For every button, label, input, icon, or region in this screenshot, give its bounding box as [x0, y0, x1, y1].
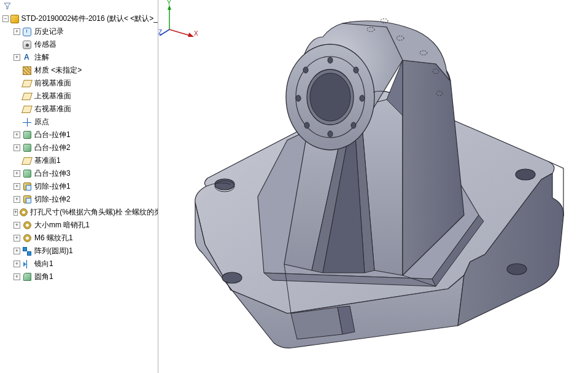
- expand-icon[interactable]: +: [14, 183, 20, 190]
- tree-item-label: 打孔尺寸(%根据六角头螺)栓 全螺纹的类: [30, 207, 158, 218]
- tree-item-label: 右视基准面: [34, 104, 71, 114]
- tree-item[interactable]: +凸台-拉伸2: [0, 141, 158, 154]
- tree-item[interactable]: +M6 螺纹孔1: [0, 232, 158, 245]
- expand-placeholder: [14, 41, 20, 48]
- feature-tree-panel: − STD-20190002铸件-2016 (默认< <默认>_ +历史记录传感…: [0, 0, 158, 373]
- tree-item-label: 材质 <未指定>: [34, 65, 82, 76]
- tree-item[interactable]: +镜向1: [0, 257, 158, 270]
- tree-item-label: 凸台-拉伸1: [34, 130, 71, 140]
- expand-placeholder: [14, 119, 20, 125]
- annot-icon: [22, 53, 32, 63]
- expand-icon[interactable]: +: [14, 235, 20, 241]
- tree-item-label: 前视基准面: [34, 78, 71, 88]
- sens-icon: [22, 40, 32, 50]
- orientation-triad[interactable]: Y X Z: [158, 0, 201, 37]
- part-icon: [10, 14, 19, 24]
- tree-item-label: 历史记录: [34, 26, 64, 37]
- svg-point-21: [516, 169, 535, 180]
- origin-icon: [22, 117, 32, 127]
- ext-icon: [22, 143, 32, 153]
- expand-icon[interactable]: +: [14, 261, 20, 267]
- tree-item[interactable]: +阵列(圆周)1: [0, 245, 158, 257]
- tree-item-label: 圆角1: [34, 272, 53, 282]
- expand-placeholder: [14, 106, 20, 112]
- svg-point-3: [310, 73, 350, 121]
- tree-item[interactable]: 上视基准面: [0, 90, 158, 103]
- tree-item[interactable]: 右视基准面: [0, 103, 158, 116]
- svg-point-20: [222, 272, 242, 283]
- fill-icon: [22, 272, 32, 282]
- svg-point-11: [303, 67, 308, 73]
- tree-item-label: 镜向1: [34, 259, 53, 269]
- svg-point-8: [328, 131, 333, 137]
- expand-icon[interactable]: +: [14, 273, 20, 280]
- model-render: [158, 0, 588, 373]
- tree-item[interactable]: 原点: [0, 116, 158, 128]
- svg-point-10: [296, 95, 301, 101]
- tree-item[interactable]: +大小mm 暗销孔1: [0, 219, 158, 232]
- axis-z-label: Z: [158, 29, 162, 36]
- plane-icon: [22, 79, 32, 88]
- expand-icon[interactable]: +: [14, 196, 20, 203]
- tree-item-label: 阵列(圆周)1: [34, 246, 73, 256]
- tree-item[interactable]: +凸台-拉伸1: [0, 128, 158, 141]
- axis-x-label: X: [194, 30, 198, 37]
- expand-icon[interactable]: +: [14, 170, 20, 177]
- hist-icon: [22, 27, 32, 37]
- svg-point-6: [360, 95, 365, 101]
- tree-item[interactable]: +注解: [0, 51, 158, 64]
- hole-icon: [22, 234, 32, 243]
- ext-icon: [22, 130, 32, 140]
- expand-placeholder: [14, 93, 20, 100]
- tree-item-label: 传感器: [34, 39, 56, 50]
- svg-point-4: [328, 57, 333, 63]
- graphics-viewport[interactable]: Y X Z: [158, 0, 588, 373]
- expand-icon[interactable]: +: [14, 144, 20, 151]
- collapse-icon[interactable]: −: [2, 15, 9, 22]
- mat-icon: [22, 66, 32, 76]
- expand-icon[interactable]: +: [14, 248, 20, 254]
- tree-item[interactable]: 材质 <未指定>: [0, 64, 158, 77]
- tree-item-label: 凸台-拉伸2: [34, 143, 71, 153]
- plane-icon: [22, 104, 32, 114]
- tree-item[interactable]: 传感器: [0, 38, 158, 51]
- expand-icon[interactable]: +: [14, 209, 18, 216]
- tree-item[interactable]: +历史记录: [0, 25, 158, 38]
- hole-icon: [22, 221, 32, 230]
- cut-icon: [22, 195, 32, 205]
- tree-item-label: 上视基准面: [34, 91, 71, 101]
- tree-item[interactable]: +圆角1: [0, 270, 158, 283]
- expand-icon[interactable]: +: [14, 132, 20, 138]
- hole-icon: [20, 208, 28, 218]
- tree-item[interactable]: +打孔尺寸(%根据六角头螺)栓 全螺纹的类: [0, 206, 158, 219]
- expand-icon[interactable]: +: [14, 28, 20, 35]
- expand-placeholder: [14, 67, 20, 74]
- svg-point-22: [507, 264, 527, 275]
- ext-icon: [22, 169, 32, 179]
- tree-item-label: M6 螺纹孔1: [34, 233, 73, 243]
- filter-icon[interactable]: [2, 1, 12, 11]
- tree-item[interactable]: 前视基准面: [0, 77, 158, 90]
- expand-placeholder: [14, 157, 20, 164]
- tree-item-label: 凸台-拉伸3: [34, 168, 71, 179]
- root-label: STD-20190002铸件-2016 (默认< <默认>_: [21, 14, 158, 24]
- tree-item-label: 基准面1: [34, 155, 61, 166]
- tree-item[interactable]: +切除-拉伸1: [0, 180, 158, 193]
- tree-root-node[interactable]: − STD-20190002铸件-2016 (默认< <默认>_: [0, 12, 158, 25]
- tree-item[interactable]: 基准面1: [0, 154, 158, 167]
- tree-item-label: 切除-拉伸2: [34, 194, 71, 205]
- tree-item-label: 注解: [34, 52, 49, 63]
- expand-icon[interactable]: +: [14, 222, 20, 229]
- tree-item-label: 原点: [34, 117, 49, 127]
- svg-line-25: [169, 29, 190, 36]
- plane-icon: [22, 156, 32, 166]
- patt-icon: [22, 246, 32, 256]
- tree-item[interactable]: +切除-拉伸2: [0, 193, 158, 206]
- axis-y-label: Y: [167, 0, 171, 6]
- svg-point-7: [351, 122, 356, 128]
- expand-placeholder: [14, 80, 20, 87]
- svg-point-5: [354, 67, 358, 73]
- tree-item[interactable]: +凸台-拉伸3: [0, 167, 158, 180]
- expand-icon[interactable]: +: [14, 54, 20, 61]
- cut-icon: [22, 182, 32, 192]
